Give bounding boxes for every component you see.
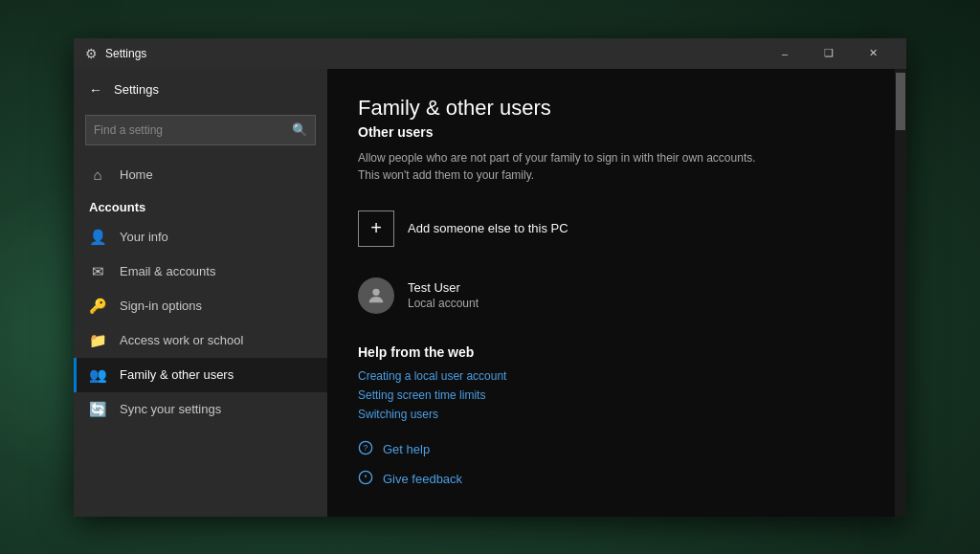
settings-icon: ⚙: [85, 46, 98, 61]
give-feedback-label: Give feedback: [383, 472, 462, 486]
sync-icon: 🔄: [89, 401, 106, 418]
sidebar-item-email-label: Email & accounts: [120, 264, 215, 278]
help-link-switching[interactable]: Switching users: [358, 408, 864, 421]
section-description: Allow people who are not part of your fa…: [358, 149, 760, 184]
minimize-button[interactable]: –: [763, 38, 807, 69]
search-bar[interactable]: 🔍: [85, 115, 316, 145]
sidebar-item-family-users[interactable]: 👥 Family & other users: [74, 358, 327, 392]
sidebar: ← Settings 🔍 ⌂ Home Accounts 👤 Your info…: [74, 69, 327, 517]
sidebar-item-your-info[interactable]: 👤 Your info: [74, 220, 327, 255]
user-item[interactable]: Test User Local account: [358, 270, 864, 321]
family-users-icon: 👥: [89, 366, 106, 384]
help-title: Help from the web: [358, 344, 864, 360]
sidebar-item-sync-label: Sync your settings: [120, 402, 221, 416]
sidebar-item-home-label: Home: [120, 167, 153, 182]
email-icon: ✉: [89, 263, 106, 280]
give-feedback-icon: [358, 470, 373, 488]
sidebar-title: Settings: [114, 82, 159, 97]
work-school-icon: 📁: [89, 332, 106, 349]
sidebar-item-sign-in[interactable]: 🔑 Sign-in options: [74, 289, 327, 323]
user-name: Test User: [408, 280, 479, 295]
sidebar-item-email-accounts[interactable]: ✉ Email & accounts: [74, 255, 327, 289]
scrollbar-thumb[interactable]: [896, 73, 905, 130]
sidebar-item-work-school-label: Access work or school: [120, 333, 243, 347]
add-user-button[interactable]: + Add someone else to this PC: [358, 203, 864, 255]
avatar: [358, 277, 394, 314]
help-link-local-account[interactable]: Creating a local user account: [358, 369, 864, 383]
get-help-link[interactable]: ? Get help: [358, 440, 864, 458]
close-button[interactable]: ✕: [851, 38, 895, 69]
sidebar-item-home[interactable]: ⌂ Home: [74, 157, 327, 192]
content-area: ← Settings 🔍 ⌂ Home Accounts 👤 Your info…: [74, 69, 906, 517]
svg-point-0: [372, 288, 379, 295]
your-info-icon: 👤: [89, 229, 106, 246]
maximize-button[interactable]: ❑: [807, 38, 851, 69]
search-icon: 🔍: [292, 122, 307, 137]
sidebar-item-sign-in-label: Sign-in options: [120, 299, 202, 313]
sidebar-item-family-label: Family & other users: [120, 367, 234, 382]
sidebar-item-sync[interactable]: 🔄 Sync your settings: [74, 392, 327, 427]
main-scroll-area[interactable]: Family & other users Other users Allow p…: [327, 69, 895, 517]
sign-in-icon: 🔑: [89, 298, 106, 315]
section-title: Other users: [358, 124, 864, 140]
get-help-icon: ?: [358, 440, 373, 458]
main-content: Family & other users Other users Allow p…: [327, 69, 906, 517]
sidebar-nav-top: ← Settings: [74, 69, 327, 111]
user-type: Local account: [408, 297, 479, 310]
window-controls: – ❑ ✕: [763, 38, 895, 69]
add-user-label: Add someone else to this PC: [408, 221, 568, 235]
get-help-label: Get help: [383, 442, 430, 456]
give-feedback-link[interactable]: Give feedback: [358, 470, 864, 488]
search-input[interactable]: [94, 123, 292, 137]
settings-window: ⚙ Settings – ❑ ✕ ← Settings 🔍 ⌂ Home Acc…: [74, 38, 906, 517]
user-info: Test User Local account: [408, 280, 479, 310]
title-bar: ⚙ Settings – ❑ ✕: [74, 38, 906, 69]
bottom-links: ? Get help Give feedback: [358, 440, 864, 488]
help-section: Help from the web Creating a local user …: [358, 344, 864, 421]
scrollbar[interactable]: [895, 69, 906, 517]
back-button[interactable]: ←: [89, 82, 102, 98]
page-title: Family & other users: [358, 96, 864, 121]
svg-text:?: ?: [364, 443, 368, 453]
window-title: Settings: [105, 47, 763, 60]
sidebar-item-your-info-label: Your info: [120, 230, 168, 244]
help-link-screen-time[interactable]: Setting screen time limits: [358, 388, 864, 402]
home-icon: ⌂: [89, 166, 106, 183]
sidebar-section-label: Accounts: [74, 192, 327, 220]
add-user-icon: +: [358, 211, 394, 247]
sidebar-item-work-school[interactable]: 📁 Access work or school: [74, 323, 327, 358]
